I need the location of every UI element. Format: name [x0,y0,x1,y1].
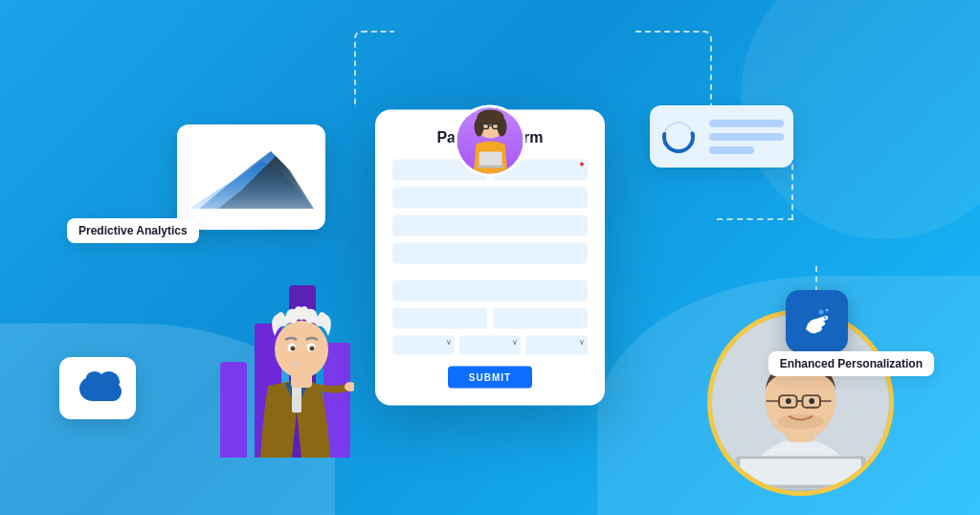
progress-line-1 [709,120,784,127]
connector-top-left [354,31,394,107]
svg-point-15 [825,308,828,311]
svg-point-36 [310,347,315,351]
cloud-icon [74,370,122,407]
form-dropdown-row [392,336,588,355]
form-section-gap [392,271,588,280]
ai-assistant-card [786,290,848,352]
progress-line-2 [709,133,784,141]
svg-point-8 [497,117,506,136]
svg-rect-13 [477,165,503,168]
form-field-address[interactable] [392,215,588,236]
form-row-expiry [392,308,588,329]
form-field-card[interactable] [392,280,588,302]
svg-point-35 [291,347,296,351]
predictive-analytics-label: Predictive Analytics [67,218,199,243]
mountain-chart [189,137,314,218]
bar-1 [220,362,247,458]
einstein-figure [249,300,354,462]
salesforce-cloud-card [59,357,136,419]
avatar-woman-bg [457,108,523,174]
svg-point-16 [823,316,826,319]
svg-rect-30 [292,384,301,413]
svg-point-7 [474,117,483,136]
avatar-woman [455,105,526,177]
form-field-city[interactable] [392,243,588,264]
svg-point-14 [818,309,823,314]
submit-btn-row: SUBMIT [392,367,588,389]
progress-line-3 [709,146,754,154]
payment-form: Payment Form SUBMIT [375,110,605,406]
svg-rect-12 [479,151,501,166]
progress-lines [709,120,784,154]
svg-point-26 [786,398,791,404]
svg-point-20 [777,414,824,430]
submit-button[interactable]: SUBMIT [448,367,532,389]
personalization-label: Enhanced Personalization [768,351,934,376]
svg-point-32 [275,321,328,378]
form-dropdown-1[interactable] [392,336,455,355]
connector-right-horizontal [717,218,793,220]
form-field-expiry-year[interactable] [493,308,588,329]
progress-circle-icon [659,118,698,156]
connector-top-right [635,31,712,107]
form-field-expiry-month[interactable] [392,308,487,329]
progress-card [650,105,793,168]
form-field-email[interactable] [392,188,588,209]
einstein-character [249,300,354,462]
svg-rect-29 [740,459,861,484]
woman-figure [461,107,519,174]
form-dropdown-2[interactable] [459,336,522,355]
form-dropdown-3[interactable] [525,336,588,355]
required-indicator [580,163,584,167]
analytics-card [177,124,325,230]
svg-point-27 [809,398,814,404]
ai-hand-icon [798,302,836,341]
